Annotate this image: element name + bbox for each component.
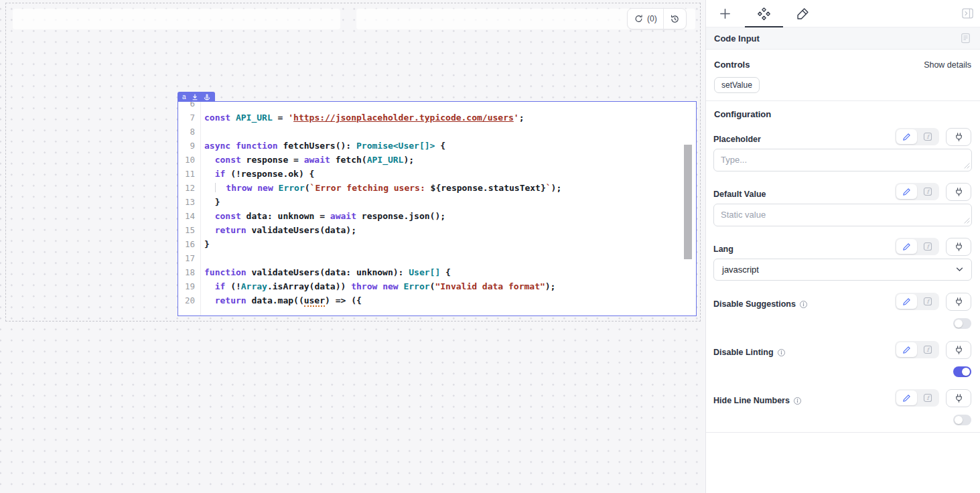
code-line: 15 return validateUsers(data); xyxy=(178,223,696,237)
setvalue-control-chip[interactable]: setValue xyxy=(714,77,760,93)
disable-suggestions-fx-mode-button[interactable]: f xyxy=(917,294,938,309)
code-text: } xyxy=(201,197,220,207)
code-input-widget[interactable]: a 67const API_URL = 'https://jsonplaceho… xyxy=(178,101,697,316)
placeholder-bind-data-button[interactable] xyxy=(946,128,971,146)
line-number: 17 xyxy=(178,251,201,265)
default-value-mode-toggle: f xyxy=(895,183,939,200)
lang-fx-mode-button[interactable]: f xyxy=(917,239,938,254)
code-text: throw new Error(`Error fetching users: $… xyxy=(201,183,561,193)
toggle-knob xyxy=(955,320,963,328)
plug-icon xyxy=(954,242,964,252)
pencil-icon xyxy=(902,346,911,354)
disable-linting-label: Disable Linting xyxy=(713,348,786,357)
control-chips: setValue xyxy=(714,77,760,93)
line-number: 19 xyxy=(178,279,201,293)
default-value-static-mode-button[interactable] xyxy=(896,184,917,199)
disable-linting-bind-data-button[interactable] xyxy=(946,341,971,359)
dropzone-strip-left xyxy=(13,9,340,29)
code-text: function validateUsers(data: unknown): U… xyxy=(201,267,451,277)
widget-name-label: a xyxy=(182,94,186,100)
editor-scrollbar[interactable] xyxy=(684,145,692,259)
fx-icon: f xyxy=(923,345,932,354)
line-number: 16 xyxy=(178,237,201,251)
hide-line-numbers-mode-controls: f xyxy=(895,389,971,407)
disable-linting-fx-mode-button[interactable]: f xyxy=(917,342,938,357)
line-number: 6 xyxy=(178,102,201,111)
section-divider-bottom xyxy=(706,432,980,433)
code-line: 20 return data.map((user) => ({ xyxy=(178,293,696,307)
collapse-panel-icon[interactable] xyxy=(962,8,973,19)
placeholder-mode-controls: f xyxy=(895,128,971,146)
properties-panel: Code Input Controls Show details setValu… xyxy=(705,0,980,493)
widget-header-band: Code Input xyxy=(706,27,980,50)
code-text: return data.map((user) => ({ xyxy=(201,295,362,305)
plug-icon xyxy=(954,132,964,142)
line-number: 18 xyxy=(178,265,201,279)
fx-icon: f xyxy=(923,187,932,196)
disable-suggestions-bind-data-button[interactable] xyxy=(946,293,971,311)
tab-styles[interactable] xyxy=(789,0,816,27)
toggle-knob xyxy=(955,416,963,424)
docs-icon[interactable] xyxy=(961,33,971,44)
lang-static-mode-button[interactable] xyxy=(896,239,917,254)
fx-icon: f xyxy=(923,393,932,403)
placeholder-input[interactable] xyxy=(713,149,972,171)
disable-linting-static-mode-button[interactable] xyxy=(896,342,917,357)
svg-text:f: f xyxy=(926,346,930,353)
history-icon xyxy=(670,14,680,24)
default-value-input[interactable] xyxy=(713,204,972,226)
svg-text:f: f xyxy=(926,298,930,305)
code-editor[interactable]: 67const API_URL = 'https://jsonplacehold… xyxy=(178,102,696,315)
default-value-fx-mode-button[interactable]: f xyxy=(917,184,938,199)
show-details-link[interactable]: Show details xyxy=(924,60,971,70)
lang-mode-controls: f xyxy=(895,238,971,256)
default-value-mode-controls: f xyxy=(895,183,971,201)
line-number: 12 xyxy=(178,181,201,195)
disable-linting-toggle[interactable] xyxy=(953,366,971,377)
hide-line-numbers-bind-data-button[interactable] xyxy=(946,389,971,407)
pencil-icon xyxy=(902,242,911,251)
placeholder-fx-mode-button[interactable]: f xyxy=(917,129,938,144)
lang-select[interactable]: javascript xyxy=(713,259,972,281)
arrow-down-to-line-icon[interactable] xyxy=(192,94,198,100)
disable-suggestions-mode-toggle: f xyxy=(895,293,939,310)
disable-linting-mode-controls: f xyxy=(895,341,971,359)
plug-icon xyxy=(954,393,964,403)
svg-text:f: f xyxy=(926,243,930,250)
default-value-bind-data-button[interactable] xyxy=(946,183,971,201)
configuration-heading: Configuration xyxy=(714,109,771,119)
placeholder-static-mode-button[interactable] xyxy=(896,129,917,144)
disable-suggestions-static-mode-button[interactable] xyxy=(896,294,917,309)
section-divider xyxy=(706,100,980,101)
default-value-property-row: Default Valuef xyxy=(713,182,971,201)
plug-icon xyxy=(954,187,964,197)
history-button[interactable] xyxy=(664,9,686,29)
info-icon xyxy=(793,397,802,405)
lang-mode-toggle: f xyxy=(895,238,939,255)
design-canvas[interactable]: (0) a 67const API_URL = 'https://jsonpla… xyxy=(0,0,705,493)
info-icon xyxy=(799,300,808,309)
placeholder-label: Placeholder xyxy=(713,135,761,144)
tab-components[interactable] xyxy=(750,0,777,27)
code-line: 17 xyxy=(178,251,696,265)
fx-icon: f xyxy=(923,297,932,306)
code-text: const API_URL = 'https://jsonplaceholder… xyxy=(201,113,524,123)
widget-name-tag[interactable]: a xyxy=(178,92,215,102)
disable-suggestions-toggle[interactable] xyxy=(953,318,971,329)
code-line: 9async function fetchUsers(): Promise<Us… xyxy=(178,139,696,153)
fx-icon: f xyxy=(923,132,932,141)
code-text: } xyxy=(201,239,210,249)
code-line: 7const API_URL = 'https://jsonplaceholde… xyxy=(178,111,696,125)
pencil-icon xyxy=(902,297,911,306)
tab-add[interactable] xyxy=(711,0,738,27)
hide-line-numbers-fx-mode-button[interactable]: f xyxy=(917,391,938,405)
refresh-queries-button[interactable]: (0) xyxy=(628,9,663,29)
code-line: 13 } xyxy=(178,195,696,209)
hide-line-numbers-static-mode-button[interactable] xyxy=(896,391,917,405)
plug-icon xyxy=(954,345,964,355)
anchor-icon[interactable] xyxy=(204,94,210,100)
code-line: 18function validateUsers(data: unknown):… xyxy=(178,265,696,279)
code-line: 8 xyxy=(178,125,696,139)
hide-line-numbers-toggle[interactable] xyxy=(953,415,971,425)
lang-bind-data-button[interactable] xyxy=(946,238,971,256)
